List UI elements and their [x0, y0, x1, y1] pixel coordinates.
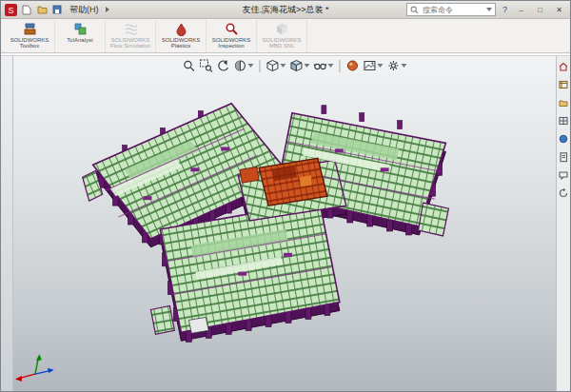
plastics-icon: [174, 22, 188, 36]
bottom-tab-slab[interactable]: [150, 306, 174, 335]
display-style-caret-icon[interactable]: [304, 64, 309, 68]
menu-help[interactable]: 帮助(H): [67, 4, 102, 16]
zoom-to-fit-icon[interactable]: [182, 59, 195, 72]
addin-plastics[interactable]: SOLIDWORKS Plastics: [156, 20, 207, 52]
hide-show-items-icon[interactable]: [313, 59, 333, 72]
addins-ribbon: SOLIDWORKS Toolbox TolAnalyst SOLIDWORKS…: [1, 19, 570, 53]
task-pane-strip: [556, 56, 570, 391]
addin-label: SOLIDWORKS Toolbox: [5, 37, 54, 49]
right-end-slab[interactable]: [419, 203, 449, 236]
view-orientation-icon[interactable]: [266, 59, 286, 72]
solidworks-logo-icon: S: [5, 4, 17, 16]
hud-divider: [259, 60, 260, 72]
search-dropdown-icon[interactable]: [486, 8, 492, 11]
feature-panel-splitter[interactable]: [1, 56, 13, 391]
previous-view-icon[interactable]: [216, 59, 229, 72]
save-icon[interactable]: [51, 4, 63, 15]
heads-up-toolbar: [182, 59, 406, 72]
edit-appearance-icon[interactable]: [345, 59, 359, 72]
appearances-scenes-icon[interactable]: [558, 133, 569, 145]
close-button[interactable]: ✕: [552, 6, 566, 14]
update-check-icon[interactable]: [558, 187, 569, 199]
search-input[interactable]: [421, 5, 484, 15]
open-icon[interactable]: [36, 4, 48, 15]
titlebar-left: S 帮助(H): [5, 4, 243, 16]
custom-properties-icon[interactable]: [558, 151, 569, 163]
svg-text:S: S: [8, 6, 13, 15]
view-palette-icon[interactable]: [558, 115, 569, 127]
command-search[interactable]: [406, 3, 496, 16]
slab-opening: [188, 317, 208, 333]
titlebar-right: ? – □ ✕: [329, 3, 567, 16]
apply-scene-caret-icon[interactable]: [377, 64, 383, 68]
solidworks-forum-icon[interactable]: [558, 169, 569, 181]
addin-label: TolAnalyst: [67, 37, 92, 43]
addin-label: SOLIDWORKS Inspection: [207, 37, 256, 49]
search-icon: [410, 6, 419, 14]
addin-tolanalyst[interactable]: TolAnalyst: [55, 20, 106, 52]
view-settings-caret-icon[interactable]: [401, 64, 406, 68]
model-3d-view[interactable]: [1, 56, 570, 391]
solidworks-resources-icon[interactable]: [558, 61, 569, 72]
apply-scene-icon[interactable]: [363, 59, 383, 72]
maximize-button[interactable]: □: [533, 6, 547, 14]
mbd-icon: [275, 22, 289, 36]
display-style-icon[interactable]: [289, 59, 309, 72]
addin-inspection[interactable]: SOLIDWORKS Inspection: [207, 20, 257, 52]
toolbox-icon: [23, 22, 37, 36]
core-red-extension: [240, 167, 259, 183]
graphics-area[interactable]: [1, 56, 570, 391]
minimize-button[interactable]: –: [514, 6, 528, 14]
section-view-caret-icon[interactable]: [247, 64, 253, 68]
help-button[interactable]: ?: [501, 5, 509, 14]
orientation-triad-icon: [15, 354, 54, 382]
window-title: 友佳.滨海花城>>总装 *: [243, 4, 329, 16]
addin-mbd-snl[interactable]: SOLIDWORKS MBD SNL: [257, 20, 307, 52]
view-settings-icon[interactable]: [386, 59, 406, 72]
tolanalyst-icon: [73, 22, 88, 36]
section-view-icon[interactable]: [233, 59, 253, 72]
flow-simulation-icon: [124, 22, 138, 36]
view-orientation-caret-icon[interactable]: [280, 64, 286, 68]
menu-pin-icon[interactable]: [106, 7, 109, 12]
addin-solidworks-toolbox[interactable]: SOLIDWORKS Toolbox: [5, 20, 55, 52]
file-explorer-icon[interactable]: [558, 97, 569, 108]
hide-show-caret-icon[interactable]: [327, 64, 333, 68]
titlebar: S 帮助(H) 友佳.滨海花城>>总装 * ? – □ ✕: [1, 1, 570, 19]
addin-flow-simulation[interactable]: SOLIDWORKS Flow Simulation: [106, 20, 156, 52]
addin-label: SOLIDWORKS MBD SNL: [257, 37, 306, 49]
addin-label: SOLIDWORKS Plastics: [156, 37, 206, 49]
addin-label: SOLIDWORKS Flow Simulation: [106, 37, 155, 49]
new-document-icon[interactable]: [21, 4, 32, 15]
hud-divider: [339, 60, 340, 72]
inspection-icon: [225, 22, 239, 36]
solidworks-window: S 帮助(H) 友佳.滨海花城>>总装 * ? – □ ✕: [0, 0, 571, 392]
zoom-to-area-icon[interactable]: [199, 59, 212, 72]
design-library-icon[interactable]: [558, 79, 569, 90]
